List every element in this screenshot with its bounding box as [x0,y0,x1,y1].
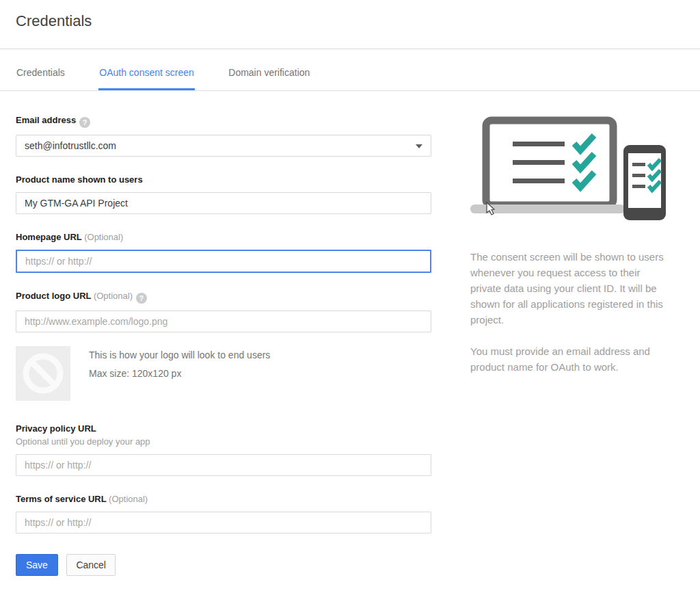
email-address-label: Email address [16,115,76,125]
logo-placeholder-box [16,346,70,401]
page-title: Credentials [16,11,684,31]
logo-captions: This is how your logo will look to end u… [89,346,270,401]
product-logo-url-input[interactable] [16,311,431,332]
consent-paragraph-1: The consent screen will be shown to user… [470,249,673,328]
tab-domain-verification[interactable]: Domain verification [228,49,310,90]
terms-url-optional: (Optional) [109,494,148,504]
homepage-url-label-row: Homepage URL (Optional) [16,232,431,243]
product-logo-url-optional: (Optional) [94,291,133,301]
tab-credentials[interactable]: Credentials [16,49,66,90]
cancel-button[interactable]: Cancel [66,554,116,576]
privacy-policy-url-input[interactable] [16,454,431,476]
terms-url-label-row: Terms of service URL (Optional) [16,494,431,505]
tab-bar: Credentials OAuth consent screen Domain … [0,49,700,91]
email-help-icon[interactable]: ? [79,117,90,128]
no-logo-icon [22,352,64,395]
homepage-url-optional: (Optional) [84,232,123,242]
form-button-row: Save Cancel [16,554,431,576]
product-name-label: Product name shown to users [16,174,431,185]
homepage-url-group: Homepage URL (Optional) [16,232,431,273]
tab-oauth-consent-screen[interactable]: OAuth consent screen [98,49,195,90]
logo-caption-line1: This is how your logo will look to end u… [89,350,270,360]
consent-paragraph-2: You must provide an email address and pr… [470,343,673,375]
privacy-policy-url-label: Privacy policy URL [16,423,431,434]
email-address-group: Email address? seth@infotrustllc.com [16,115,431,157]
terms-of-service-url-group: Terms of service URL (Optional) [16,494,431,533]
product-logo-url-group: Product logo URL (Optional)? This is how… [16,291,431,401]
logo-preview: This is how your logo will look to end u… [16,346,431,401]
product-name-group: Product name shown to users [16,174,431,214]
product-name-input[interactable] [16,192,431,214]
email-address-value: seth@infotrustllc.com [25,140,116,151]
homepage-url-input[interactable] [16,250,431,273]
product-logo-url-label: Product logo URL [16,291,91,301]
privacy-policy-url-sublabel: Optional until you deploy your app [16,436,431,447]
privacy-policy-url-group: Privacy policy URL Optional until you de… [16,423,431,476]
save-button[interactable]: Save [16,554,58,576]
phone-icon [623,145,666,220]
logo-caption-line2: Max size: 120x120 px [89,368,270,379]
email-address-label-row: Email address? [16,115,431,128]
page-header: Credentials [0,0,700,49]
terms-of-service-url-input[interactable] [16,512,431,533]
laptop-icon [470,120,625,213]
homepage-url-label: Homepage URL [16,232,82,242]
oauth-consent-form: Email address? seth@infotrustllc.com Pro… [16,115,431,576]
dropdown-arrow-icon [416,144,422,148]
terms-url-label: Terms of service URL [16,494,106,504]
consent-info-aside: The consent screen will be shown to user… [470,114,673,375]
email-address-select[interactable]: seth@infotrustllc.com [16,135,431,157]
consent-description: The consent screen will be shown to user… [470,249,673,375]
consent-illustration [470,114,673,220]
product-logo-help-icon[interactable]: ? [136,293,147,304]
product-logo-url-label-row: Product logo URL (Optional)? [16,291,431,304]
